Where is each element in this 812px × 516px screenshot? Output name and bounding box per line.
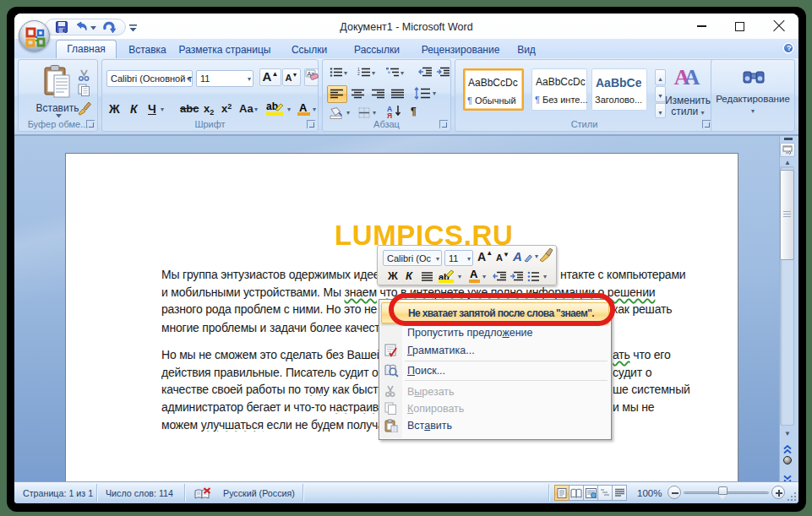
svg-text:2: 2 <box>357 71 360 76</box>
